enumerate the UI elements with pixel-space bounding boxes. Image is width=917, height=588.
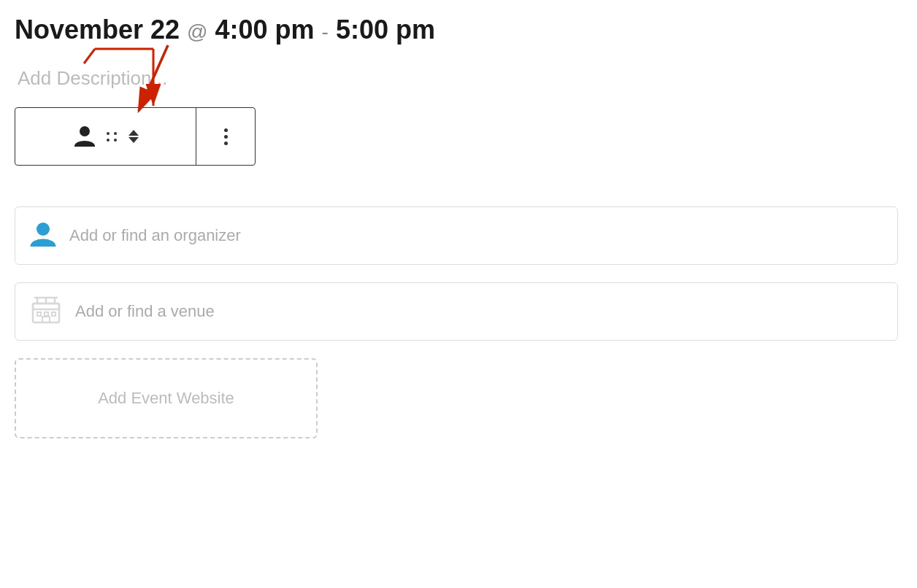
event-date[interactable]: November 22 xyxy=(15,15,180,45)
organizer-input[interactable] xyxy=(69,226,883,245)
person-icon xyxy=(73,123,96,150)
arrow-down-icon xyxy=(128,137,139,143)
venue-icon xyxy=(30,296,62,327)
description-placeholder[interactable]: Add Description... xyxy=(15,67,902,90)
add-event-website-label: Add Event Website xyxy=(98,389,234,408)
more-options-button[interactable] xyxy=(196,108,255,165)
toolbar-card xyxy=(15,107,256,166)
venue-input[interactable] xyxy=(75,302,883,321)
svg-rect-12 xyxy=(52,312,55,316)
arrow-up-icon xyxy=(128,130,139,136)
svg-line-4 xyxy=(84,49,95,63)
three-dots-icon xyxy=(224,128,228,145)
svg-point-7 xyxy=(37,223,50,236)
toolbar-left-section xyxy=(15,108,196,165)
svg-rect-11 xyxy=(45,312,48,316)
time-separator: - xyxy=(322,20,329,44)
at-symbol: @ xyxy=(187,20,207,44)
svg-rect-9 xyxy=(33,303,59,309)
svg-rect-10 xyxy=(37,312,41,316)
event-end-time[interactable]: 5:00 pm xyxy=(336,15,435,45)
sort-arrows-icon[interactable] xyxy=(128,130,139,143)
organizer-icon xyxy=(30,220,56,251)
add-event-website-box[interactable]: Add Event Website xyxy=(15,358,318,438)
svg-point-0 xyxy=(80,126,90,136)
organizer-field[interactable] xyxy=(15,206,898,265)
grid-dots-icon[interactable] xyxy=(107,132,118,142)
event-header: November 22 @ 4:00 pm - 5:00 pm xyxy=(15,15,902,45)
event-start-time[interactable]: 4:00 pm xyxy=(215,15,315,45)
venue-field[interactable] xyxy=(15,282,898,341)
